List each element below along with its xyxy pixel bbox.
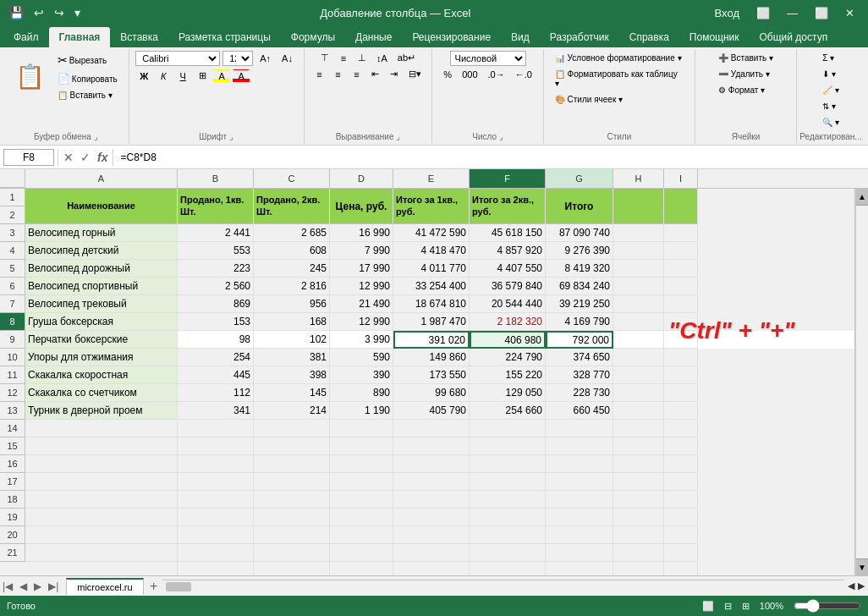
cell-c12[interactable]: 214 <box>254 402 330 420</box>
cell-e13[interactable] <box>393 420 470 437</box>
cell-g15[interactable] <box>546 455 613 473</box>
format-table-button[interactable]: 📋 Форматировать как таблицу ▾ <box>551 67 688 91</box>
cell-g17[interactable] <box>546 491 613 509</box>
scroll-right-arrow[interactable]: ▶ <box>858 580 865 591</box>
cell-i19[interactable] <box>664 526 698 544</box>
cell-g8[interactable]: 792 000 <box>546 331 613 349</box>
row-header-5[interactable]: 5 <box>0 260 25 278</box>
autosum-button[interactable]: Σ ▾ <box>818 51 838 65</box>
cell-c20[interactable] <box>254 544 330 562</box>
cell-e3[interactable]: 4 418 470 <box>393 242 470 260</box>
text-direction-button[interactable]: ↕A <box>372 51 392 65</box>
cell-i10[interactable] <box>664 366 698 384</box>
save-icon[interactable]: 💾 <box>7 4 26 21</box>
cell-h1[interactable] <box>613 189 664 224</box>
cell-a12[interactable]: Турник в дверной проем <box>25 402 178 420</box>
cell-i11[interactable] <box>664 384 698 402</box>
cell-b11[interactable]: 112 <box>178 384 254 402</box>
cell-c15[interactable] <box>254 455 330 473</box>
font-size-select[interactable]: 12 <box>222 51 253 66</box>
sort-filter-button[interactable]: ⇅ ▾ <box>818 99 840 113</box>
view-layout-icon[interactable]: ⊟ <box>724 601 732 612</box>
confirm-formula-icon[interactable]: ✓ <box>79 151 92 164</box>
cell-f16[interactable] <box>470 473 546 491</box>
cell-d16[interactable] <box>330 473 393 491</box>
cell-f10[interactable]: 155 220 <box>470 366 546 384</box>
decrease-decimal-button[interactable]: ←.0 <box>511 68 536 81</box>
cell-d8[interactable]: 3 990 <box>330 331 393 349</box>
decrease-indent-button[interactable]: ⇤ <box>367 67 384 81</box>
row-header-15[interactable]: 15 <box>0 437 25 455</box>
cell-h16[interactable] <box>613 473 664 491</box>
cell-i1[interactable] <box>664 189 698 224</box>
cut-button[interactable]: ✂Вырезать <box>53 51 122 69</box>
cell-c16[interactable] <box>254 473 330 491</box>
cell-h17[interactable] <box>613 491 664 509</box>
cell-b8[interactable]: 98 <box>178 331 254 349</box>
cell-g13[interactable] <box>546 420 613 437</box>
cell-b21[interactable] <box>178 562 254 575</box>
cell-b14[interactable] <box>178 437 254 455</box>
row-header-17[interactable]: 17 <box>0 473 25 491</box>
last-sheet-arrow[interactable]: ▶| <box>46 580 61 592</box>
cell-g7[interactable]: 4 169 790 <box>546 313 613 331</box>
cell-f4[interactable]: 4 407 550 <box>470 260 546 278</box>
cell-c21[interactable] <box>254 562 330 575</box>
tab-file[interactable]: Файл <box>3 27 49 47</box>
tab-home[interactable]: Главная <box>49 27 111 47</box>
cell-c18[interactable] <box>254 509 330 526</box>
cell-e8[interactable]: 391 020 <box>393 331 470 349</box>
view-normal-icon[interactable]: ⬜ <box>702 601 714 612</box>
cell-a6[interactable]: Велосипед трековый <box>25 295 178 313</box>
cell-a17[interactable] <box>25 491 178 509</box>
cell-f13[interactable] <box>470 420 546 437</box>
increase-font-button[interactable]: A↑ <box>255 52 275 65</box>
next-sheet-arrow[interactable]: ▶ <box>31 580 44 592</box>
cell-b4[interactable]: 223 <box>178 260 254 278</box>
cell-a21[interactable] <box>25 562 178 575</box>
cell-g19[interactable] <box>546 526 613 544</box>
cell-d21[interactable] <box>330 562 393 575</box>
cell-a19[interactable] <box>25 526 178 544</box>
cell-f9[interactable]: 224 790 <box>470 349 546 366</box>
cell-a9[interactable]: Упоры для отжимания <box>25 349 178 366</box>
cell-i8[interactable] <box>664 331 698 349</box>
cell-d14[interactable] <box>330 437 393 455</box>
cell-c8[interactable]: 102 <box>254 331 330 349</box>
cell-c5[interactable]: 2 816 <box>254 278 330 295</box>
cell-c17[interactable] <box>254 491 330 509</box>
cell-i5[interactable] <box>664 278 698 295</box>
cell-a20[interactable] <box>25 544 178 562</box>
cell-g5[interactable]: 69 834 240 <box>546 278 613 295</box>
cell-e11[interactable]: 99 680 <box>393 384 470 402</box>
cell-i2[interactable] <box>664 224 698 242</box>
cell-d20[interactable] <box>330 544 393 562</box>
tab-view[interactable]: Вид <box>501 27 540 47</box>
cell-h18[interactable] <box>613 509 664 526</box>
left-align-button[interactable]: ≡ <box>311 67 328 81</box>
merge-button[interactable]: ⊟▾ <box>404 67 426 81</box>
row-header-4[interactable]: 4 <box>0 242 25 260</box>
cell-b5[interactable]: 2 560 <box>178 278 254 295</box>
cell-c11[interactable]: 145 <box>254 384 330 402</box>
cell-h19[interactable] <box>613 526 664 544</box>
cell-g9[interactable]: 374 650 <box>546 349 613 366</box>
cell-i9[interactable] <box>664 349 698 366</box>
cell-c9[interactable]: 381 <box>254 349 330 366</box>
cell-b13[interactable] <box>178 420 254 437</box>
undo-icon[interactable]: ↩ <box>31 4 47 21</box>
cell-h13[interactable] <box>613 420 664 437</box>
sheet-tab-microexcel[interactable]: microexcel.ru <box>66 578 143 595</box>
cell-h9[interactable] <box>613 349 664 366</box>
cell-b16[interactable] <box>178 473 254 491</box>
redo-icon[interactable]: ↪ <box>52 4 67 21</box>
cell-d11[interactable]: 890 <box>330 384 393 402</box>
cell-a2[interactable]: Велосипед горный <box>25 224 178 242</box>
cell-c6[interactable]: 956 <box>254 295 330 313</box>
cell-i18[interactable] <box>664 509 698 526</box>
cell-g12[interactable]: 660 450 <box>546 402 613 420</box>
cell-h21[interactable] <box>613 562 664 575</box>
cell-d12[interactable]: 1 190 <box>330 402 393 420</box>
top-align-button[interactable]: ⊤ <box>316 51 333 65</box>
col-header-d[interactable]: D <box>330 169 393 188</box>
